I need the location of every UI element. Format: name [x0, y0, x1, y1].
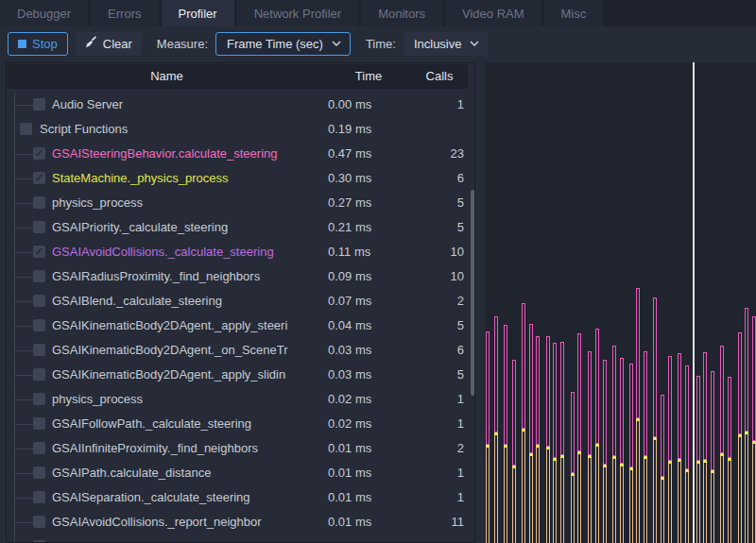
table-row[interactable]: physics_process0.27 ms5 [7, 191, 475, 215]
physics-time-segment [678, 462, 681, 543]
measure-dropdown[interactable]: Frame Time (sec) [215, 32, 351, 56]
frame-bar [588, 351, 592, 543]
table-row[interactable]: GSAIKinematicBody2DAgent._apply_steeri0.… [7, 314, 475, 338]
table-header: Name Time Calls [8, 64, 468, 89]
row-name: physics_process [52, 387, 322, 412]
row-calls: 2 [379, 436, 464, 461]
steering-time-segment [522, 303, 525, 429]
row-name: GSAIKinematicBody2DAgent._apply_steeri [52, 314, 322, 338]
row-checkbox[interactable] [33, 491, 45, 503]
tree-guide [14, 178, 33, 179]
frame-bar [636, 288, 640, 543]
row-checkbox[interactable] [33, 467, 45, 479]
clear-button[interactable]: Clear [76, 32, 142, 56]
column-header-name[interactable]: Name [8, 64, 326, 89]
frame-bar [494, 316, 498, 543]
table-row[interactable]: Projectile._physics_process0.01 ms2 [7, 535, 475, 543]
physics-time-segment [536, 448, 540, 543]
frame-bar [745, 308, 748, 543]
row-checkbox[interactable] [33, 319, 45, 331]
clear-button-label: Clear [103, 37, 132, 51]
table-row[interactable]: GSAISeparation._calculate_steering0.01 m… [7, 485, 475, 510]
row-checkbox[interactable] [33, 417, 45, 430]
row-checkbox[interactable] [33, 196, 45, 209]
stop-button[interactable]: Stop [8, 32, 68, 56]
physics-time-segment [603, 467, 607, 543]
frame-bar [703, 352, 707, 543]
row-checkbox[interactable] [33, 221, 45, 233]
physics-time-segment [546, 450, 550, 543]
frame-bar [653, 297, 657, 543]
row-checkbox[interactable] [33, 295, 45, 307]
frame-time-graph[interactable] [485, 62, 756, 543]
row-checkbox[interactable]: ✓ [33, 147, 45, 160]
tree-guide [14, 154, 33, 155]
row-time: 0.19 ms [328, 117, 407, 142]
table-row[interactable]: GSAIFollowPath._calculate_steering0.02 m… [7, 412, 475, 436]
table-row[interactable]: ✓StateMachine._physics_process0.30 ms6 [7, 166, 475, 191]
table-row[interactable]: GSAIInfiniteProximity._find_neighbors0.0… [7, 436, 475, 461]
steering-time-segment [612, 346, 616, 456]
tab-monitors[interactable]: Monitors [361, 0, 442, 26]
tab-profiler[interactable]: Profiler [162, 0, 234, 26]
row-checkbox[interactable] [20, 123, 32, 135]
steering-time-segment [629, 364, 633, 467]
tab-video-ram[interactable]: Video RAM [445, 0, 541, 26]
row-checkbox[interactable] [33, 393, 45, 405]
table-row[interactable]: GSAIPriority._calculate_steering0.21 ms5 [7, 215, 475, 240]
row-checkbox[interactable]: ✓ [33, 246, 45, 258]
row-calls: 6 [379, 338, 464, 363]
row-calls: 6 [379, 166, 464, 191]
physics-time-segment [696, 464, 700, 543]
row-checkbox[interactable] [33, 98, 45, 110]
profiler-table: Name Time Calls Audio Server0.00 ms1Scri… [6, 62, 475, 543]
table-row[interactable]: GSAIKinematicBody2DAgent._apply_slidin0.… [7, 363, 475, 387]
steering-time-segment [636, 288, 640, 418]
physics-time-segment [522, 432, 525, 543]
row-checkbox[interactable] [33, 344, 45, 356]
row-name: GSAIFollowPath._calculate_steering [52, 412, 322, 436]
row-calls: 10 [379, 264, 464, 289]
row-checkbox[interactable] [33, 368, 45, 381]
table-row[interactable]: Script Functions0.19 ms [7, 117, 475, 142]
steering-time-segment [745, 308, 748, 432]
table-row[interactable]: physics_process0.02 ms1 [7, 387, 475, 412]
table-scrollbar[interactable] [471, 190, 475, 396]
tree-guide [14, 277, 33, 278]
row-checkbox[interactable] [33, 270, 45, 282]
frame-bar [696, 376, 700, 543]
steering-time-segment [486, 331, 490, 445]
tab-debugger[interactable]: Debugger [0, 0, 88, 26]
table-row[interactable]: GSAIAvoidCollisions._report_neighbor0.01… [7, 510, 475, 535]
row-calls: 1 [379, 485, 464, 510]
table-row[interactable]: GSAIKinematicBody2DAgent._on_SceneTr0.03… [7, 338, 475, 363]
frame-bar [522, 303, 525, 543]
row-name: GSAISeparation._calculate_steering [52, 485, 322, 510]
table-row[interactable]: Audio Server0.00 ms1 [7, 93, 475, 117]
physics-time-segment [577, 454, 581, 543]
frame-bar [512, 360, 516, 543]
table-row[interactable]: ✓GSAISteeringBehavior.calculate_steering… [7, 142, 475, 166]
table-row[interactable]: ✓GSAIAvoidCollisions._calculate_steering… [7, 240, 475, 264]
tab-misc[interactable]: Misc [544, 0, 604, 26]
time-dropdown[interactable]: Inclusive [404, 32, 489, 56]
column-header-calls[interactable]: Calls [411, 64, 468, 89]
steering-time-segment [720, 346, 724, 453]
row-checkbox[interactable]: ✓ [33, 172, 45, 184]
row-checkbox[interactable] [33, 516, 45, 528]
graph-playhead[interactable] [693, 62, 695, 543]
table-row[interactable]: GSAIRadiusProximity._find_neighbors0.09 … [7, 264, 475, 289]
tree-guide [14, 117, 15, 142]
table-row[interactable]: GSAIPath.calculate_distance0.01 ms1 [7, 461, 475, 485]
row-checkbox[interactable] [33, 442, 45, 454]
debugger-tabbar: DebuggerErrorsProfilerNetwork ProfilerMo… [0, 0, 756, 26]
steering-time-segment [678, 353, 681, 459]
frame-bar [711, 371, 714, 543]
profiler-toolbar: Stop Clear Measure: Frame Time (sec) Tim… [0, 26, 756, 60]
steering-time-segment [703, 352, 707, 460]
table-row[interactable]: GSAIBlend._calculate_steering0.07 ms2 [7, 289, 475, 314]
tab-network-profiler[interactable]: Network Profiler [237, 0, 358, 26]
tab-errors[interactable]: Errors [91, 0, 158, 26]
physics-time-segment [738, 437, 742, 543]
column-header-time[interactable]: Time [326, 64, 411, 89]
